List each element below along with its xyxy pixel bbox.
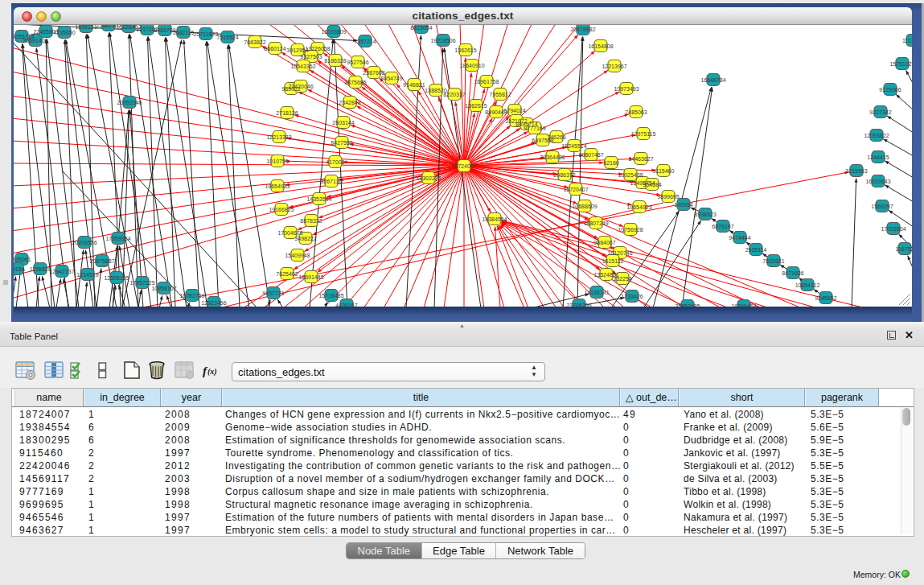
svg-text:62160: 62160 xyxy=(603,160,619,166)
svg-text:9129966: 9129966 xyxy=(879,87,901,93)
svg-text:9457771: 9457771 xyxy=(262,290,284,296)
svg-text:1156829: 1156829 xyxy=(30,266,51,272)
svg-text:1362615: 1362615 xyxy=(465,103,487,109)
svg-text:14353594: 14353594 xyxy=(306,196,331,202)
svg-text:(x): (x) xyxy=(207,367,217,377)
svg-text:13226058: 13226058 xyxy=(305,46,330,51)
svg-text:746266: 746266 xyxy=(547,134,565,140)
svg-text:20053346: 20053346 xyxy=(117,100,142,105)
svg-text:8938923: 8938923 xyxy=(694,212,716,217)
svg-text:2342848: 2342848 xyxy=(339,100,360,105)
svg-text:10543362: 10543362 xyxy=(290,64,315,69)
svg-text:7663822: 7663822 xyxy=(244,39,265,45)
svg-text:16782759: 16782759 xyxy=(179,293,204,299)
svg-text:12213383: 12213383 xyxy=(266,134,291,140)
svg-text:17004678: 17004678 xyxy=(277,230,302,236)
svg-text:10654112: 10654112 xyxy=(795,282,820,288)
svg-text:1362615: 1362615 xyxy=(454,47,476,53)
svg-text:15720407: 15720407 xyxy=(563,187,588,192)
svg-text:18640910: 18640910 xyxy=(459,63,484,68)
svg-text:16210643: 16210643 xyxy=(865,179,890,184)
svg-text:2935114: 2935114 xyxy=(745,247,767,253)
svg-text:9884067: 9884067 xyxy=(593,240,615,245)
svg-text:1569297: 1569297 xyxy=(871,204,893,209)
svg-text:1010755: 1010755 xyxy=(266,159,288,164)
svg-text:12975115: 12975115 xyxy=(631,131,656,137)
svg-text:3267130: 3267130 xyxy=(320,179,342,184)
svg-text:9327503: 9327503 xyxy=(300,54,322,60)
svg-text:2718126: 2718126 xyxy=(276,110,298,116)
svg-text:17359924: 17359924 xyxy=(105,236,130,241)
svg-text:6794024: 6794024 xyxy=(503,108,525,113)
svg-text:8813054: 8813054 xyxy=(410,25,432,31)
svg-text:7955812: 7955812 xyxy=(489,92,511,97)
svg-text:2803144: 2803144 xyxy=(332,120,354,126)
svg-text:17957225: 17957225 xyxy=(129,280,154,286)
svg-text:2367608: 2367608 xyxy=(363,70,384,76)
svg-text:8660124: 8660124 xyxy=(264,46,285,51)
svg-text:3498222: 3498222 xyxy=(294,236,316,241)
svg-text:19218506: 19218506 xyxy=(430,38,455,43)
svg-text:18245514: 18245514 xyxy=(561,143,586,149)
svg-text:20975887: 20975887 xyxy=(89,258,114,264)
svg-text:12923456: 12923456 xyxy=(201,300,226,306)
svg-text:10958107: 10958107 xyxy=(151,286,176,291)
svg-text:7625402: 7625402 xyxy=(276,271,298,277)
svg-text:8878332: 8878332 xyxy=(300,218,322,224)
svg-text:15716485: 15716485 xyxy=(318,293,343,299)
svg-text:10756928: 10756928 xyxy=(618,227,643,233)
svg-text:18691445: 18691445 xyxy=(298,274,323,280)
svg-text:7357214: 7357214 xyxy=(354,39,376,44)
svg-text:140954: 140954 xyxy=(674,202,692,208)
svg-text:4735650: 4735650 xyxy=(53,30,75,35)
svg-text:25711873: 25711873 xyxy=(194,31,219,37)
svg-text:1839221: 1839221 xyxy=(75,25,97,30)
svg-text:3215953: 3215953 xyxy=(845,168,867,174)
svg-text:10807487: 10807487 xyxy=(578,152,603,158)
svg-text:1117546: 1117546 xyxy=(902,38,912,43)
svg-text:19654933: 19654933 xyxy=(265,183,290,189)
svg-text:9146821: 9146821 xyxy=(403,82,425,88)
svg-text:20478682: 20478682 xyxy=(570,27,595,32)
svg-text:8220317: 8220317 xyxy=(443,92,465,97)
svg-text:18302275: 18302275 xyxy=(416,175,441,181)
svg-text:20364436: 20364436 xyxy=(540,154,565,160)
svg-text:12093822: 12093822 xyxy=(864,133,889,138)
svg-text:9527546: 9527546 xyxy=(347,60,368,65)
svg-text:16648784: 16648784 xyxy=(700,77,725,83)
svg-text:417006: 417006 xyxy=(326,159,344,165)
svg-text:5682115: 5682115 xyxy=(173,30,195,35)
svg-text:20206556: 20206556 xyxy=(72,240,97,245)
svg-text:20691406: 20691406 xyxy=(23,38,47,43)
svg-text:8186328: 8186328 xyxy=(324,58,346,64)
svg-text:9245652: 9245652 xyxy=(815,295,836,301)
svg-text:9227342: 9227342 xyxy=(869,109,891,115)
svg-text:23420046: 23420046 xyxy=(288,84,313,89)
svg-text:116753: 116753 xyxy=(896,246,912,252)
svg-text:9777169: 9777169 xyxy=(524,126,545,131)
svg-text:10025438: 10025438 xyxy=(618,172,643,178)
svg-text:1733426: 1733426 xyxy=(621,294,643,299)
svg-text:19166825: 19166825 xyxy=(269,207,294,212)
svg-text:835061: 835061 xyxy=(14,257,31,262)
svg-text:15409948: 15409948 xyxy=(285,253,310,258)
svg-text:1214519: 1214519 xyxy=(76,272,98,278)
svg-text:17016504: 17016504 xyxy=(881,226,906,232)
svg-text:252254: 252254 xyxy=(613,276,631,282)
svg-text:12505135: 12505135 xyxy=(104,275,129,281)
svg-text:1244415: 1244415 xyxy=(867,154,889,160)
svg-text:9115460: 9115460 xyxy=(653,168,675,174)
svg-text:9899695: 9899695 xyxy=(657,194,679,200)
svg-text:8471636: 8471636 xyxy=(782,270,803,276)
svg-text:7485063: 7485063 xyxy=(625,109,647,115)
svg-text:8454749: 8454749 xyxy=(380,76,402,81)
svg-text:7515524: 7515524 xyxy=(216,35,238,40)
svg-text:9474444: 9474444 xyxy=(729,235,750,241)
svg-text:19384554: 19384554 xyxy=(482,216,507,222)
svg-text:7632621: 7632621 xyxy=(762,258,784,264)
svg-text:15751024: 15751024 xyxy=(889,61,912,67)
svg-text:1615112: 1615112 xyxy=(602,258,624,264)
svg-text:6879197: 6879197 xyxy=(712,224,733,229)
svg-text:16033809: 16033809 xyxy=(321,29,346,35)
svg-text:3875685: 3875685 xyxy=(344,80,366,85)
